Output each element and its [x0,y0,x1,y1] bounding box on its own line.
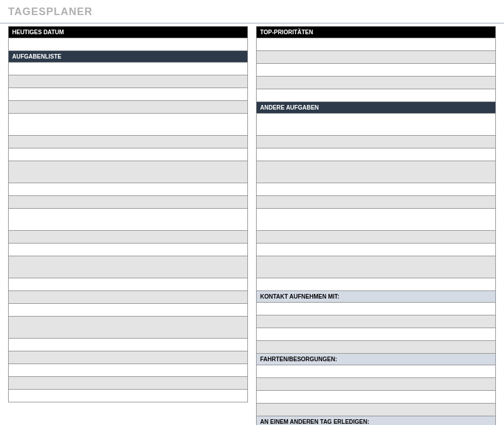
task-row[interactable] [8,161,248,183]
contact-row[interactable] [256,315,496,328]
priorities-header: TOP-PRIORITÄTEN [256,26,496,38]
task-row[interactable] [8,317,248,339]
other-task-row[interactable] [256,209,496,231]
errand-row[interactable] [256,365,496,378]
task-row[interactable] [8,101,248,114]
priority-row[interactable] [256,38,496,51]
task-row[interactable] [8,377,248,390]
task-row[interactable] [8,183,248,196]
priority-row[interactable] [256,77,496,89]
task-row[interactable] [8,244,248,256]
other-task-row[interactable] [256,183,496,196]
other-task-row[interactable] [256,256,496,278]
task-row[interactable] [8,304,248,317]
task-row[interactable] [8,351,248,364]
date-input-row[interactable] [8,38,248,51]
task-row[interactable] [8,209,248,231]
errand-row[interactable] [256,378,496,391]
priority-row[interactable] [256,51,496,64]
task-row[interactable] [8,339,248,351]
task-row[interactable] [8,278,248,291]
task-row[interactable] [8,88,248,101]
other-task-row[interactable] [256,231,496,244]
other-task-row[interactable] [256,278,496,291]
later-header: AN EINEM ANDEREN TAG ERLEDIGEN: [256,416,496,425]
contact-row[interactable] [256,303,496,315]
task-row[interactable] [8,390,248,402]
right-column: TOP-PRIORITÄTEN ANDERE AUFGABEN KONTAKT … [256,26,496,425]
contact-row[interactable] [256,328,496,341]
other-task-row[interactable] [256,244,496,256]
priority-row[interactable] [256,89,496,102]
other-task-row[interactable] [256,114,496,136]
task-row[interactable] [8,136,248,148]
contact-row[interactable] [256,341,496,354]
title-divider [0,23,504,24]
other-task-row[interactable] [256,148,496,161]
errands-header: FAHRTEN/BESORGUNGEN: [256,354,496,365]
date-header: HEUTIGES DATUM [8,26,248,38]
task-row[interactable] [8,364,248,377]
task-row[interactable] [8,63,248,75]
other-task-row[interactable] [256,136,496,148]
tasklist-header: AUFGABENLISTE [8,51,248,63]
task-row[interactable] [8,231,248,244]
task-row[interactable] [8,291,248,304]
task-row[interactable] [8,256,248,278]
other-tasks-header: ANDERE AUFGABEN [256,102,496,114]
left-column: HEUTIGES DATUM AUFGABENLISTE [8,26,248,425]
other-task-row[interactable] [256,161,496,183]
other-task-row[interactable] [256,196,496,209]
task-row[interactable] [8,148,248,161]
task-row[interactable] [8,196,248,209]
page-title: TAGESPLANER [0,0,504,23]
planner-columns: HEUTIGES DATUM AUFGABENLISTE TOP-PRIORIT… [0,26,504,425]
contact-header: KONTAKT AUFNEHMEN MIT: [256,291,496,303]
task-row[interactable] [8,75,248,88]
priority-row[interactable] [256,64,496,77]
errand-row[interactable] [256,404,496,416]
task-row[interactable] [8,114,248,136]
errand-row[interactable] [256,391,496,404]
